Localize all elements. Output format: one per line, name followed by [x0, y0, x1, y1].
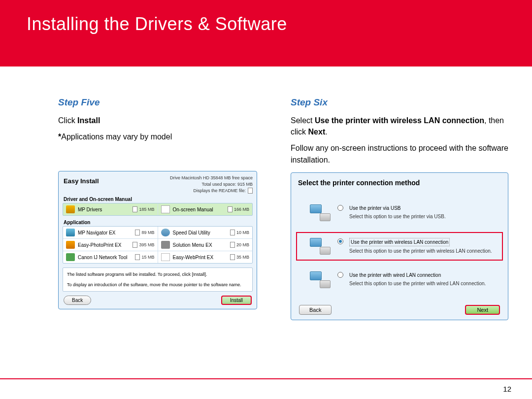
- content-area: Step Five Click Install *Applications ma…: [0, 66, 532, 320]
- option-wired-lan[interactable]: Use the printer with wired LAN connectio…: [296, 266, 503, 294]
- next-button[interactable]: Next: [465, 305, 500, 315]
- header-bar: Installing the Drivers & Software: [0, 0, 532, 66]
- step-five-text-1: Click Install: [58, 115, 267, 126]
- item-solution-menu[interactable]: Solution Menu EX20 MB: [158, 238, 253, 251]
- network-icon: [66, 253, 75, 261]
- doc-icon: [133, 242, 137, 248]
- photoprint-icon: [66, 241, 75, 249]
- item-onscreen-manual[interactable]: On-screen Manual166 MB: [158, 203, 253, 215]
- step-five-text-2: *Applications may vary by model: [58, 131, 267, 142]
- item-mp-drivers[interactable]: MP Drivers185 MB: [63, 203, 158, 215]
- doc-icon: [228, 206, 233, 212]
- navigator-icon: [66, 229, 75, 236]
- option-wireless-lan[interactable]: Use the printer with wireless LAN connec…: [296, 232, 503, 261]
- radio-wireless[interactable]: [337, 238, 343, 244]
- step-six-heading: Step Six: [291, 97, 508, 108]
- wired-icon: [310, 271, 332, 288]
- driver-icon: [66, 205, 75, 213]
- page-title: Installing the Drivers & Software: [27, 14, 532, 34]
- doc-icon: [230, 230, 235, 235]
- readme-icon[interactable]: [248, 188, 253, 194]
- manual-icon: [161, 205, 170, 213]
- radio-usb[interactable]: [337, 205, 343, 211]
- doc-icon: [230, 242, 235, 248]
- footer-divider: [0, 378, 532, 379]
- item-webprint[interactable]: Easy-WebPrint EX35 MB: [158, 251, 253, 263]
- dialog2-title: Select the printer connection method: [296, 179, 503, 187]
- page-number: 12: [503, 385, 511, 393]
- driver-list: MP Drivers185 MB On-screen Manual166 MB: [63, 203, 253, 216]
- speeddial-icon: [161, 229, 170, 236]
- doc-icon: [135, 230, 140, 235]
- application-list: MP Navigator EX89 MB Speed Dial Utility1…: [63, 226, 253, 264]
- solution-icon: [161, 241, 170, 249]
- install-button[interactable]: Install: [221, 296, 252, 305]
- section-application: Application: [64, 220, 253, 225]
- dialog2-buttons: Back Next: [296, 303, 503, 315]
- usb-icon: [310, 204, 332, 221]
- item-easy-photoprint[interactable]: Easy-PhotoPrint EX395 MB: [63, 238, 158, 251]
- item-network-tool[interactable]: Canon IJ Network Tool15 MB: [63, 251, 158, 263]
- section-drivers: Driver and On-screen Manual: [64, 197, 253, 202]
- doc-icon: [135, 254, 140, 260]
- item-mp-navigator[interactable]: MP Navigator EX89 MB: [63, 227, 158, 238]
- easy-install-dialog: Easy Install Drive Macintosh HD 35848 MB…: [58, 171, 257, 309]
- step-six-text-2: Follow any on-screen instructions to pro…: [291, 142, 508, 165]
- step-six-column: Step Six Select Use the printer with wir…: [291, 97, 508, 320]
- dialog1-buttons: Back Install: [63, 296, 253, 305]
- back-button-2[interactable]: Back: [299, 305, 332, 315]
- back-button[interactable]: Back: [64, 296, 91, 305]
- item-speed-dial[interactable]: Speed Dial Utility10 MB: [158, 227, 253, 238]
- radio-wired[interactable]: [337, 272, 343, 278]
- doc-icon: [133, 206, 137, 212]
- wireless-icon: [310, 238, 332, 255]
- install-note: The listed software programs will be ins…: [63, 267, 253, 292]
- step-five-heading: Step Five: [58, 97, 267, 108]
- option-usb[interactable]: Use the printer via USB Select this opti…: [296, 199, 503, 227]
- doc-icon: [230, 254, 235, 260]
- webprint-icon: [161, 253, 170, 261]
- connection-method-dialog: Select the printer connection method Use…: [291, 172, 508, 320]
- step-five-column: Step Five Click Install *Applications ma…: [58, 97, 267, 320]
- step-six-text-1: Select Use the printer with wireless LAN…: [291, 115, 508, 137]
